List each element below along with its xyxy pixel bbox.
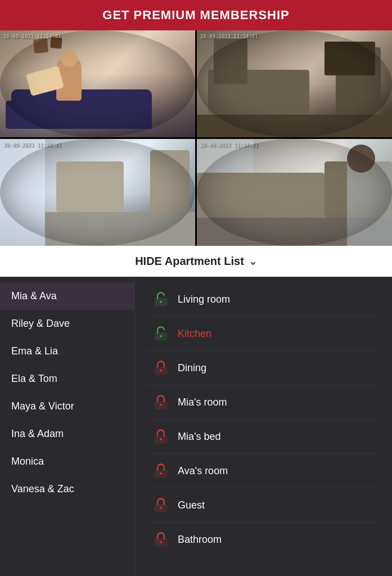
chevron-down-icon: ⌄ bbox=[249, 255, 257, 268]
room-label-guest: Guest bbox=[178, 500, 205, 511]
svg-point-3 bbox=[160, 335, 162, 338]
lock-open-icon-kitchen bbox=[152, 325, 170, 343]
room-item-mias-bed[interactable]: Mia's bed bbox=[146, 420, 381, 454]
camera-cell-4[interactable]: 28-09-2023 11:34:41 bbox=[197, 139, 392, 246]
room-label-kitchen: Kitchen bbox=[178, 328, 211, 340]
camera-cell-1[interactable]: 28-09-2023 11:34:41 bbox=[0, 30, 195, 137]
svg-point-15 bbox=[160, 541, 162, 543]
room-label-avas-room: Ava's room bbox=[178, 465, 228, 477]
lock-closed-icon-mias-room bbox=[152, 393, 170, 411]
room-label-mias-room: Mia's room bbox=[178, 397, 227, 408]
svg-point-11 bbox=[160, 472, 162, 475]
lock-closed-icon-avas-room bbox=[152, 462, 170, 480]
lock-closed-icon-bathroom bbox=[152, 530, 170, 548]
room-item-bathroom[interactable]: Bathroom bbox=[146, 523, 381, 556]
apartment-list: Mia & Ava Riley & Dave Ema & Lia Ela & T… bbox=[0, 277, 135, 576]
premium-banner-label: GET PREMIUM MEMBERSHIP bbox=[102, 8, 289, 22]
apartment-item-ela-tom[interactable]: Ela & Tom bbox=[0, 365, 134, 393]
cam-4-timestamp: 28-09-2023 11:34:41 bbox=[200, 142, 258, 148]
lock-closed-icon-dining bbox=[152, 359, 170, 377]
room-label-dining: Dining bbox=[178, 362, 206, 374]
svg-point-5 bbox=[160, 370, 162, 372]
svg-point-13 bbox=[160, 507, 162, 509]
room-item-avas-room[interactable]: Ava's room bbox=[146, 454, 381, 488]
content-area: Mia & Ava Riley & Dave Ema & Lia Ela & T… bbox=[0, 277, 392, 576]
apartment-item-ema-lia[interactable]: Ema & Lia bbox=[0, 338, 134, 365]
apartment-item-vanesa-zac[interactable]: Vanesa & Zac bbox=[0, 475, 134, 503]
lock-open-icon bbox=[152, 290, 170, 308]
cam-1-timestamp: 28-09-2023 11:34:41 bbox=[3, 34, 61, 39]
cam-3-timestamp: 28-09-2023 11:34:41 bbox=[3, 142, 61, 148]
svg-point-9 bbox=[160, 438, 162, 440]
svg-point-1 bbox=[160, 301, 162, 303]
room-item-living-room[interactable]: Living room bbox=[146, 282, 381, 317]
lock-closed-icon-mias-bed bbox=[152, 428, 170, 446]
apartment-toggle-label: HIDE Apartment List bbox=[135, 255, 244, 268]
cam-2-timestamp: 28-09-2023 11:34:41 bbox=[200, 34, 258, 39]
room-item-guest[interactable]: Guest bbox=[146, 488, 381, 523]
room-label-bathroom: Bathroom bbox=[178, 534, 222, 546]
apartment-toggle-button[interactable]: HIDE Apartment List ⌄ bbox=[0, 246, 392, 277]
room-item-kitchen[interactable]: Kitchen bbox=[146, 317, 381, 351]
room-item-dining[interactable]: Dining bbox=[146, 351, 381, 385]
room-list: Living room Kitchen Dining bbox=[135, 277, 392, 576]
room-label-living-room: Living room bbox=[178, 294, 230, 305]
room-label-mias-bed: Mia's bed bbox=[178, 431, 220, 443]
room-item-mias-room[interactable]: Mia's room bbox=[146, 385, 381, 420]
apartment-item-riley-dave[interactable]: Riley & Dave bbox=[0, 310, 134, 338]
camera-cell-3[interactable]: 28-09-2023 11:34:41 bbox=[0, 139, 195, 246]
apartment-item-monica[interactable]: Monica bbox=[0, 448, 134, 475]
lock-closed-icon-guest bbox=[152, 496, 170, 514]
camera-grid: 28-09-2023 11:34:41 28-09-2023 11:34:41 … bbox=[0, 30, 392, 246]
camera-cell-2[interactable]: 28-09-2023 11:34:41 bbox=[197, 30, 392, 137]
apartment-item-ina-adam[interactable]: Ina & Adam bbox=[0, 420, 134, 448]
premium-banner[interactable]: GET PREMIUM MEMBERSHIP bbox=[0, 0, 392, 30]
svg-point-7 bbox=[160, 404, 162, 406]
apartment-item-maya-victor[interactable]: Maya & Victor bbox=[0, 393, 134, 420]
apartment-item-mia-ava[interactable]: Mia & Ava bbox=[0, 282, 134, 310]
